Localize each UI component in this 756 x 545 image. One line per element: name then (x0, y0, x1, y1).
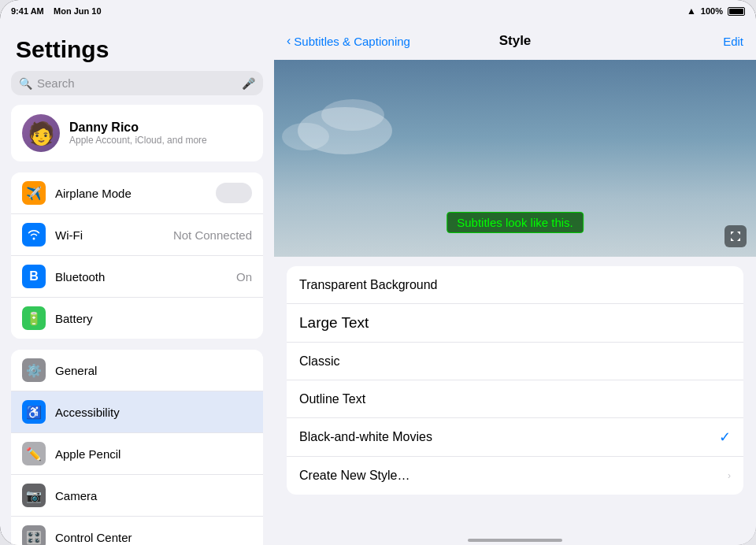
home-indicator (468, 539, 562, 542)
user-profile-row[interactable]: 🧑 Danny Rico Apple Account, iCloud, and … (11, 105, 263, 161)
outline-text-label: Outline Text (299, 392, 731, 406)
nav-back-label: Subtitles & Captioning (294, 35, 410, 48)
transparent-bg-label: Transparent Background (299, 278, 731, 292)
apple-pencil-label: Apple Pencil (55, 447, 252, 461)
camera-icon: 📷 (22, 484, 46, 507)
apple-pencil-icon: ✏️ (22, 442, 46, 465)
avatar: 🧑 (22, 114, 60, 152)
bluetooth-value: On (236, 270, 252, 284)
search-placeholder: Search (37, 76, 237, 90)
create-new-label: Create New Style… (299, 469, 728, 483)
classic-label: Classic (299, 354, 731, 369)
user-info: Danny Rico Apple Account, iCloud, and mo… (69, 120, 207, 146)
control-center-icon: 🎛️ (22, 525, 46, 545)
avatar-image: 🧑 (28, 120, 55, 146)
bluetooth-label: Bluetooth (55, 270, 227, 284)
wifi-status-icon: ▲ (687, 6, 696, 17)
bluetooth-row[interactable]: B Bluetooth On (11, 256, 263, 298)
user-name: Danny Rico (69, 120, 207, 135)
accessibility-label: Accessibility (55, 406, 252, 419)
airplane-mode-label: Airplane Mode (55, 187, 206, 200)
nav-edit-button[interactable]: Edit (723, 35, 743, 48)
nav-back-button[interactable]: ‹ Subtitles & Captioning (287, 34, 410, 48)
style-list: Transparent Background Large Text Classi… (274, 257, 756, 545)
battery-row[interactable]: 🔋 Battery (11, 298, 263, 339)
wifi-value: Not Connected (173, 228, 252, 242)
ipad-frame: 9:41 AM Mon Jun 10 ▲ 100% Settings 🔍 Sea… (0, 0, 756, 545)
style-row-transparent-bg[interactable]: Transparent Background (287, 266, 743, 304)
airplane-mode-row[interactable]: ✈️ Airplane Mode (11, 172, 263, 214)
general-icon: ⚙️ (22, 358, 46, 382)
status-time-date: 9:41 AM Mon Jun 10 (11, 6, 102, 16)
general-label: General (55, 364, 252, 377)
subtitle-preview-badge: Subtitles look like this. (447, 212, 584, 233)
right-panel: ‹ Subtitles & Captioning Style Edit Subt… (274, 22, 756, 545)
style-options-group: Transparent Background Large Text Classi… (287, 266, 743, 495)
accessibility-row[interactable]: ♿ Accessibility (11, 391, 263, 433)
wifi-row[interactable]: Wi-Fi Not Connected (11, 214, 263, 256)
app-settings-group: ⚙️ General ♿ Accessibility ✏️ Apple Penc… (11, 350, 263, 545)
wifi-icon (22, 223, 46, 247)
battery-label: Battery (55, 312, 252, 325)
style-row-create-new[interactable]: Create New Style… › (287, 457, 743, 495)
sidebar-title: Settings (0, 22, 274, 71)
status-bar: 9:41 AM Mon Jun 10 ▲ 100% (0, 0, 756, 22)
camera-row[interactable]: 📷 Camera (11, 475, 263, 517)
apple-pencil-row[interactable]: ✏️ Apple Pencil (11, 433, 263, 475)
search-icon: 🔍 (19, 77, 32, 90)
search-bar[interactable]: 🔍 Search 🎤 (11, 71, 263, 95)
style-row-large-text[interactable]: Large Text (287, 304, 743, 343)
fullscreen-button[interactable] (724, 225, 747, 247)
bw-movies-label: Black-and-white Movies (299, 430, 719, 444)
create-new-chevron-icon: › (728, 470, 731, 481)
microphone-icon[interactable]: 🎤 (242, 77, 255, 90)
airplane-mode-toggle[interactable] (216, 183, 252, 203)
sidebar: Settings 🔍 Search 🎤 🧑 Danny Rico Apple A… (0, 22, 274, 545)
accessibility-icon: ♿ (22, 400, 46, 424)
style-row-outline-text[interactable]: Outline Text (287, 380, 743, 418)
style-row-classic[interactable]: Classic (287, 343, 743, 380)
large-text-label: Large Text (299, 314, 369, 332)
bluetooth-icon: B (22, 265, 46, 288)
wifi-label: Wi-Fi (55, 228, 164, 242)
general-row[interactable]: ⚙️ General (11, 350, 263, 391)
nav-title: Style (499, 33, 532, 49)
style-row-bw-movies[interactable]: Black-and-white Movies ✓ (287, 418, 743, 457)
back-chevron-icon: ‹ (287, 34, 291, 48)
nav-bar: ‹ Subtitles & Captioning Style Edit (274, 22, 756, 60)
user-subtitle: Apple Account, iCloud, and more (69, 135, 207, 146)
status-indicators: ▲ 100% (687, 6, 745, 17)
main-layout: Settings 🔍 Search 🎤 🧑 Danny Rico Apple A… (0, 22, 756, 545)
control-center-label: Control Center (55, 531, 252, 544)
connectivity-group: ✈️ Airplane Mode Wi-Fi Not Connected (11, 172, 263, 339)
battery-percent: 100% (701, 6, 723, 16)
camera-label: Camera (55, 489, 252, 502)
bw-movies-checkmark: ✓ (719, 428, 731, 446)
control-center-row[interactable]: 🎛️ Control Center (11, 517, 263, 545)
battery-icon: 🔋 (22, 306, 46, 330)
airplane-mode-icon: ✈️ (22, 181, 46, 205)
preview-area: Subtitles look like this. (274, 60, 756, 257)
